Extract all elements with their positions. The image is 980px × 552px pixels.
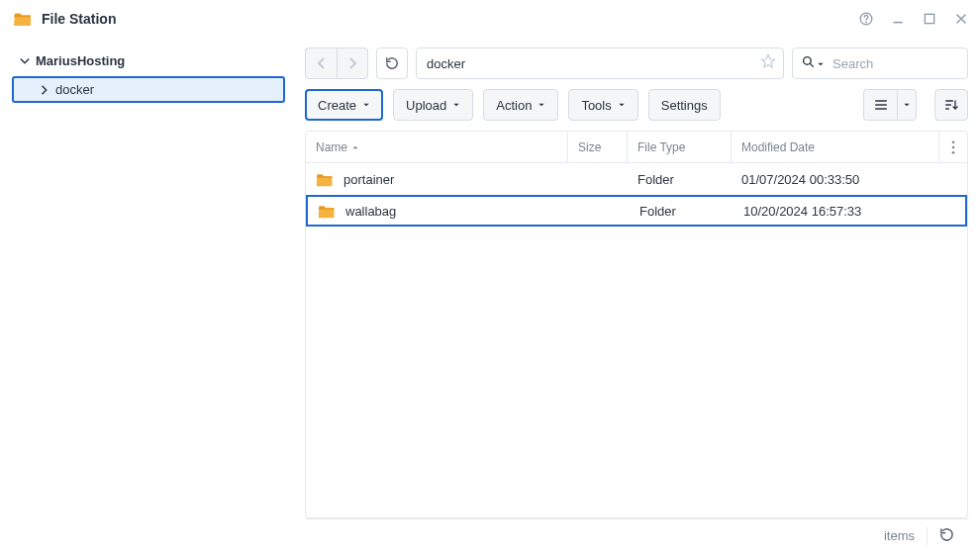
- cell-type: Folder: [630, 204, 734, 219]
- minimize-icon[interactable]: [891, 12, 905, 26]
- column-date[interactable]: Modified Date: [732, 132, 939, 162]
- nav-arrows: [305, 47, 368, 79]
- sort-asc-icon: [351, 143, 359, 151]
- create-label: Create: [318, 98, 356, 113]
- nav-back-button[interactable]: [305, 47, 337, 79]
- sidebar-item-docker[interactable]: docker: [12, 76, 285, 103]
- column-menu[interactable]: [939, 132, 967, 162]
- column-size[interactable]: Size: [568, 132, 628, 162]
- table-row[interactable]: wallabagFolder10/20/2024 16:57:33: [306, 195, 967, 227]
- svg-point-11: [952, 140, 955, 143]
- tools-button[interactable]: Tools: [568, 89, 637, 121]
- status-items-label: items: [884, 528, 915, 543]
- column-type[interactable]: File Type: [628, 132, 732, 162]
- settings-button[interactable]: Settings: [648, 89, 721, 121]
- action-button[interactable]: Action: [483, 89, 558, 121]
- view-mode-group: [863, 89, 917, 121]
- window-title: File Station: [42, 11, 859, 27]
- content-area: Create Upload Action Tools Settings: [297, 38, 980, 552]
- svg-point-12: [952, 145, 955, 148]
- path-bar: [305, 47, 968, 79]
- search-input[interactable]: [792, 47, 968, 79]
- sidebar-root-label: MariusHosting: [36, 53, 125, 68]
- caret-down-icon: [362, 101, 370, 109]
- svg-point-13: [952, 150, 955, 153]
- chevron-right-icon: [40, 85, 49, 95]
- toolbar: Create Upload Action Tools Settings: [305, 89, 968, 121]
- caret-down-icon: [618, 101, 626, 109]
- cell-name: portainer: [306, 172, 568, 187]
- cell-date: 10/20/2024 16:57:33: [734, 204, 965, 219]
- cell-date: 01/07/2024 00:33:50: [732, 172, 967, 187]
- sidebar-root[interactable]: MariusHosting: [12, 47, 285, 74]
- cell-name: wallabag: [308, 204, 570, 219]
- file-name: portainer: [343, 172, 394, 187]
- column-type-label: File Type: [637, 140, 685, 154]
- nav-forward-button[interactable]: [337, 47, 368, 79]
- title-bar: File Station: [0, 0, 980, 38]
- file-table: Name Size File Type Modified Date: [305, 131, 968, 518]
- upload-label: Upload: [406, 98, 446, 113]
- view-list-button[interactable]: [863, 89, 897, 121]
- upload-button[interactable]: Upload: [393, 89, 473, 121]
- refresh-button[interactable]: [376, 47, 408, 79]
- status-refresh-button[interactable]: [939, 527, 954, 545]
- main-area: MariusHosting docker: [0, 38, 980, 552]
- sidebar: MariusHosting docker: [0, 38, 297, 552]
- divider: [927, 527, 928, 545]
- sidebar-item-label: docker: [55, 82, 94, 97]
- svg-rect-3: [925, 14, 933, 23]
- settings-label: Settings: [661, 98, 708, 113]
- view-dropdown-button[interactable]: [897, 89, 917, 121]
- sort-button[interactable]: [934, 89, 968, 121]
- status-bar: items: [305, 518, 968, 552]
- folder-icon: [318, 204, 336, 219]
- svg-point-1: [866, 22, 867, 23]
- close-icon[interactable]: [954, 12, 968, 26]
- maximize-icon[interactable]: [923, 12, 936, 26]
- cell-type: Folder: [628, 172, 732, 187]
- svg-rect-2: [893, 22, 902, 23]
- caret-down-icon: [452, 101, 460, 109]
- column-name-label: Name: [316, 140, 347, 154]
- file-name: wallabag: [345, 204, 396, 219]
- folder-icon: [316, 172, 334, 187]
- favorite-star-icon[interactable]: [760, 53, 776, 73]
- tools-label: Tools: [581, 98, 611, 113]
- table-row[interactable]: portainerFolder01/07/2024 00:33:50: [306, 163, 967, 195]
- file-station-window: File Station: [0, 0, 980, 552]
- search-container: [792, 47, 968, 79]
- path-input-container: [416, 47, 784, 79]
- help-icon[interactable]: [859, 12, 873, 26]
- column-date-label: Modified Date: [741, 140, 815, 154]
- table-body: portainerFolder01/07/2024 00:33:50wallab…: [306, 163, 967, 517]
- chevron-down-icon: [20, 56, 30, 66]
- column-size-label: Size: [578, 140, 601, 154]
- column-name[interactable]: Name: [306, 132, 568, 162]
- path-input[interactable]: [416, 47, 784, 79]
- app-folder-icon: [14, 11, 32, 27]
- table-header: Name Size File Type Modified Date: [306, 132, 967, 163]
- action-label: Action: [496, 98, 532, 113]
- create-button[interactable]: Create: [305, 89, 383, 121]
- caret-down-icon: [538, 101, 545, 109]
